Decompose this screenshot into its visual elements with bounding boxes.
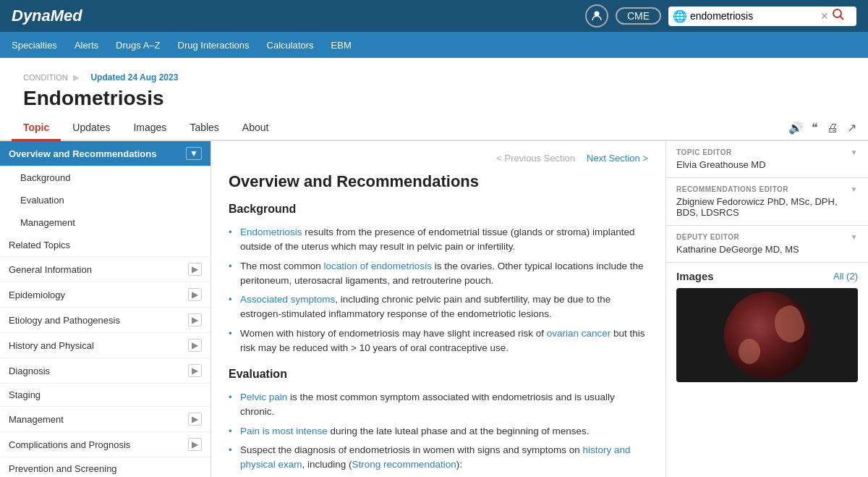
nav-ebm[interactable]: EBM: [331, 40, 352, 51]
breadcrumb: CONDITION ▶ Updated 24 Aug 2023: [12, 65, 856, 85]
location-link[interactable]: location of endometriosis: [324, 261, 432, 271]
clear-icon[interactable]: ✕: [820, 10, 829, 22]
sidebar-item-diagnosis[interactable]: Diagnosis ▶: [0, 358, 210, 384]
sidebar-item-epidemiology-label: Epidemiology: [9, 290, 65, 300]
sidebar-item-related-topics[interactable]: Related Topics: [0, 234, 210, 257]
tabs-left: Topic Updates Images Tables About: [12, 116, 280, 140]
svg-point-1: [833, 9, 841, 17]
search-bar: 🌐 ✕: [668, 7, 856, 26]
strong-recommendation-link[interactable]: Strong recommendation: [352, 459, 456, 470]
page-header: CONDITION ▶ Updated 24 Aug 2023 Endometr…: [0, 58, 868, 116]
main-content: Overview and Recommendations ▼ Backgroun…: [0, 141, 868, 477]
sidebar-item-evaluation-label: Evaluation: [20, 195, 64, 206]
sidebar-item-prevention[interactable]: Prevention and Screening: [0, 457, 210, 477]
sidebar-item-management-sub-label: Management: [20, 217, 75, 228]
pain-intense-link[interactable]: Pain is most intense: [240, 426, 328, 436]
recommendations-editor-label: RECOMMENDATIONS EDITOR ▼: [676, 185, 858, 193]
sidebar-item-epidemiology[interactable]: Epidemiology ▶: [0, 282, 210, 308]
article-content: < Previous Section Next Section > Overvi…: [211, 141, 665, 477]
sidebar-item-history-physical-label: History and Physical: [9, 340, 94, 351]
sidebar-item-complications-label: Complications and Prognosis: [9, 439, 130, 450]
globe-icon: 🌐: [673, 9, 687, 23]
medical-image-inner: [724, 292, 811, 379]
deputy-editor-name: Katharine DeGeorge MD, MS: [676, 244, 858, 255]
sidebar-item-general-info-label: General Information: [9, 264, 92, 275]
sidebar-item-evaluation[interactable]: Evaluation: [0, 189, 210, 211]
sidebar-item-background[interactable]: Background: [0, 166, 210, 189]
sidebar-item-related-topics-label: Related Topics: [9, 240, 70, 250]
top-nav-right: CME 🌐 ✕: [585, 4, 856, 28]
tabs-right: 🔊 ❝ 🖨 ↗: [788, 121, 856, 135]
images-section: Images All (2): [666, 263, 868, 389]
share-icon[interactable]: ↗: [847, 121, 856, 135]
sidebar-item-staging-label: Staging: [9, 389, 41, 400]
tab-updates[interactable]: Updates: [61, 116, 122, 141]
sidebar-item-overview[interactable]: Overview and Recommendations ▼: [0, 141, 210, 166]
tab-topic[interactable]: Topic: [12, 116, 61, 141]
top-navigation: DynaMed CME 🌐 ✕: [0, 0, 868, 32]
search-input[interactable]: [690, 10, 820, 22]
sidebar-item-management-sub[interactable]: Management: [0, 211, 210, 234]
deputy-editor-section: DEPUTY EDITOR ▼ Katharine DeGeorge MD, M…: [666, 226, 868, 263]
ovarian-cancer-link[interactable]: ovarian cancer: [547, 328, 611, 339]
sidebar-item-staging[interactable]: Staging: [0, 384, 210, 407]
sidebar-item-management[interactable]: Management ▶: [0, 407, 210, 432]
pelvic-pain-link[interactable]: Pelvic pain: [240, 392, 287, 402]
background-heading: Background: [229, 203, 648, 216]
secondary-navigation: Specialties Alerts Drugs A–Z Drug Intera…: [0, 32, 868, 58]
sidebar-item-background-label: Background: [20, 172, 70, 183]
logo[interactable]: DynaMed: [12, 7, 82, 25]
expand-icon-management[interactable]: ▶: [188, 413, 202, 426]
nav-alerts[interactable]: Alerts: [75, 40, 98, 51]
nav-drugs-az[interactable]: Drugs A–Z: [116, 40, 160, 51]
expand-icon-diagnosis[interactable]: ▶: [188, 364, 202, 377]
updated-date: Updated 24 Aug 2023: [90, 72, 178, 83]
recommendations-editor-name: Zbigniew Fedorowicz PhD, MSc, DPH, BDS, …: [676, 196, 858, 218]
recommendations-editor-section: RECOMMENDATIONS EDITOR ▼ Zbigniew Fedoro…: [666, 178, 868, 226]
print-icon[interactable]: 🖨: [827, 122, 838, 135]
background-bullets: Endometriosis results from the presence …: [229, 223, 648, 358]
endometriosis-link[interactable]: Endometriosis: [240, 227, 302, 237]
nav-calculators[interactable]: Calculators: [267, 40, 314, 51]
sidebar-item-general-info[interactable]: General Information ▶: [0, 257, 210, 282]
expand-icon-epidemiology[interactable]: ▶: [188, 288, 202, 301]
cite-icon[interactable]: ❝: [812, 121, 818, 135]
tab-tables[interactable]: Tables: [178, 116, 230, 141]
nav-specialties[interactable]: Specialties: [12, 40, 57, 51]
background-bullet-3: Associated symptoms, including chronic p…: [229, 290, 648, 324]
expand-icon-etiology[interactable]: ▶: [188, 313, 202, 326]
expand-icon-complications[interactable]: ▶: [188, 438, 202, 451]
associated-symptoms-link[interactable]: Associated symptoms: [240, 294, 335, 305]
prev-section-link[interactable]: < Previous Section: [496, 153, 575, 164]
tab-images[interactable]: Images: [122, 116, 178, 141]
right-panel: TOPIC EDITOR ▼ Elvia Greathouse MD RECOM…: [665, 141, 868, 477]
deputy-editor-label: DEPUTY EDITOR ▼: [676, 233, 858, 241]
topic-editor-section: TOPIC EDITOR ▼ Elvia Greathouse MD: [666, 141, 868, 178]
topic-editor-label: TOPIC EDITOR ▼: [676, 148, 858, 156]
topic-editor-chevron[interactable]: ▼: [851, 148, 858, 156]
cme-button[interactable]: CME: [616, 7, 661, 25]
expand-icon-general-info[interactable]: ▶: [188, 263, 202, 276]
sidebar-item-overview-label: Overview and Recommendations: [9, 148, 156, 159]
background-bullet-4: Women with history of endometriosis may …: [229, 324, 648, 358]
recommendations-editor-chevron[interactable]: ▼: [851, 185, 858, 193]
expand-icon-history-physical[interactable]: ▶: [188, 339, 202, 352]
sidebar-item-history-physical[interactable]: History and Physical ▶: [0, 333, 210, 358]
sidebar-item-etiology-label: Etiology and Pathogenesis: [9, 315, 120, 326]
nav-drug-interactions[interactable]: Drug Interactions: [178, 40, 250, 51]
medical-image[interactable]: [676, 288, 858, 382]
tab-about[interactable]: About: [231, 116, 281, 141]
images-all-link[interactable]: All (2): [833, 271, 858, 282]
content-tabs: Topic Updates Images Tables About 🔊 ❝ 🖨 …: [0, 116, 868, 141]
deputy-editor-chevron[interactable]: ▼: [851, 233, 858, 241]
user-icon-button[interactable]: [585, 4, 608, 28]
next-section-link[interactable]: Next Section >: [587, 153, 648, 164]
evaluation-bullet-1: Pelvic pain is the most common symptom a…: [229, 388, 648, 422]
topic-editor-name: Elvia Greathouse MD: [676, 159, 858, 170]
expand-icon-overview[interactable]: ▼: [186, 147, 202, 160]
audio-icon[interactable]: 🔊: [788, 121, 803, 135]
sidebar-item-etiology[interactable]: Etiology and Pathogenesis ▶: [0, 308, 210, 333]
search-button[interactable]: [832, 8, 845, 25]
sidebar-item-prevention-label: Prevention and Screening: [9, 463, 117, 474]
sidebar-item-complications[interactable]: Complications and Prognosis ▶: [0, 432, 210, 457]
